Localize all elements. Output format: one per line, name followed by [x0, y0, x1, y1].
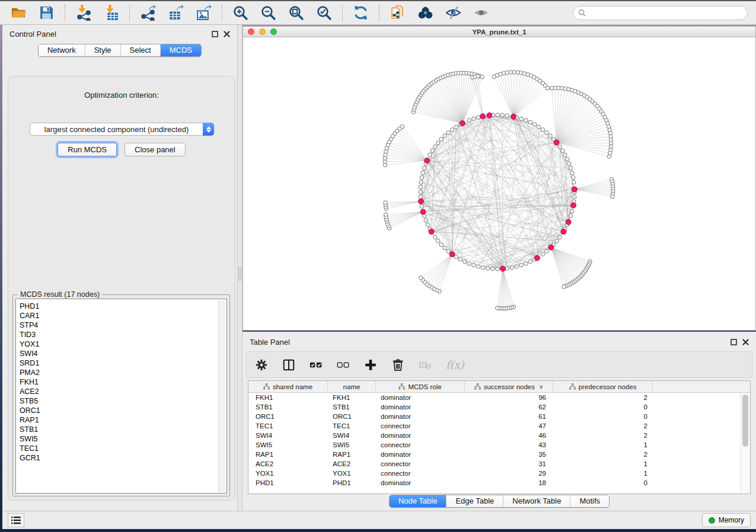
- graph-node[interactable]: [528, 259, 532, 263]
- graph-node[interactable]: [562, 285, 566, 289]
- zoom-in-button[interactable]: [229, 4, 252, 22]
- graph-node[interactable]: [524, 118, 528, 122]
- graph-node[interactable]: [537, 125, 540, 129]
- cell-shared-name[interactable]: YOX1: [248, 470, 328, 477]
- graph-node[interactable]: [611, 195, 614, 198]
- graph-node[interactable]: [462, 259, 466, 263]
- graph-node[interactable]: [558, 235, 562, 239]
- mcds-result-item[interactable]: SWI5: [20, 434, 215, 444]
- graph-node[interactable]: [532, 123, 536, 126]
- export-network-button[interactable]: [136, 4, 160, 22]
- graph-node[interactable]: [419, 181, 423, 184]
- search-objects-button[interactable]: [414, 4, 437, 22]
- graph-hub-node[interactable]: [548, 245, 554, 250]
- table-settings-button[interactable]: [255, 358, 268, 371]
- cell-name[interactable]: RAP1: [328, 451, 376, 458]
- graph-node[interactable]: [486, 267, 490, 270]
- cell-name[interactable]: FKH1: [328, 394, 376, 401]
- optimization-select[interactable]: largest connected component (undirected): [30, 123, 214, 136]
- graph-hub-node[interactable]: [487, 113, 492, 118]
- table-row[interactable]: TEC1TEC1connector472: [248, 421, 741, 431]
- graph-node[interactable]: [384, 213, 387, 216]
- cell-predecessor-nodes[interactable]: 2: [553, 451, 653, 458]
- graph-node[interactable]: [481, 265, 484, 269]
- cell-mcds-role[interactable]: connector: [376, 422, 465, 430]
- cell-predecessor-nodes[interactable]: 1: [553, 470, 653, 477]
- tab-style[interactable]: Style: [85, 44, 120, 56]
- graph-node[interactable]: [569, 214, 572, 217]
- cell-mcds-role[interactable]: dominator: [376, 394, 465, 401]
- cell-successor-nodes[interactable]: 29: [465, 470, 553, 477]
- graph-node[interactable]: [505, 267, 509, 270]
- graph-hub-node[interactable]: [571, 203, 576, 208]
- cell-successor-nodes[interactable]: 47: [465, 422, 553, 430]
- column-header-shared-name[interactable]: shared name: [248, 381, 328, 392]
- cell-name[interactable]: SWI4: [328, 432, 376, 439]
- graph-hub-node[interactable]: [511, 114, 516, 119]
- tab-edge-table[interactable]: Edge Table: [446, 495, 503, 507]
- cell-predecessor-nodes[interactable]: 1: [553, 460, 653, 467]
- cell-predecessor-nodes[interactable]: 2: [553, 432, 653, 439]
- graph-node[interactable]: [436, 239, 440, 243]
- cell-name[interactable]: ACE2: [328, 460, 376, 467]
- graph-node[interactable]: [541, 128, 544, 132]
- graph-node[interactable]: [384, 201, 387, 204]
- zoom-fit-button[interactable]: [285, 4, 308, 22]
- graph-node[interactable]: [541, 252, 544, 256]
- graph-node[interactable]: [476, 75, 480, 78]
- graph-hub-node[interactable]: [418, 198, 423, 204]
- graph-node[interactable]: [519, 117, 523, 120]
- graph-hub-node[interactable]: [480, 114, 486, 119]
- network-canvas[interactable]: [243, 37, 755, 330]
- cell-mcds-role[interactable]: connector: [376, 441, 465, 448]
- graph-node[interactable]: [454, 125, 458, 129]
- cell-shared-name[interactable]: TEC1: [248, 422, 328, 430]
- cell-name[interactable]: STB1: [328, 403, 376, 411]
- close-table-panel-button[interactable]: [742, 339, 749, 345]
- hide-selected-button[interactable]: [442, 4, 465, 22]
- graph-node[interactable]: [467, 262, 471, 265]
- cell-predecessor-nodes[interactable]: 0: [553, 479, 653, 486]
- graph-node[interactable]: [472, 263, 476, 267]
- run-mcds-button[interactable]: Run MCDS: [58, 143, 117, 156]
- mcds-result-item[interactable]: ACE2: [20, 387, 215, 396]
- graph-node[interactable]: [439, 137, 443, 141]
- save-session-button[interactable]: [35, 4, 58, 22]
- cell-name[interactable]: PHD1: [328, 479, 376, 486]
- graph-node[interactable]: [419, 195, 422, 198]
- graph-node[interactable]: [545, 131, 548, 134]
- graph-hub-node[interactable]: [566, 219, 571, 225]
- cell-predecessor-nodes[interactable]: 1: [553, 441, 653, 448]
- graph-node[interactable]: [443, 246, 446, 250]
- graph-hub-node[interactable]: [460, 121, 465, 126]
- table-scrollbar[interactable]: [741, 393, 750, 493]
- graph-node[interactable]: [424, 219, 428, 222]
- graph-hub-node[interactable]: [425, 158, 430, 164]
- float-panel-button[interactable]: [212, 31, 218, 37]
- graph-hub-node[interactable]: [572, 187, 577, 192]
- refresh-button[interactable]: [349, 4, 372, 22]
- mcds-result-item[interactable]: PMA2: [20, 368, 215, 377]
- graph-hub-node[interactable]: [561, 229, 566, 234]
- mcds-result-item[interactable]: CAR1: [20, 311, 215, 321]
- graph-node[interactable]: [446, 131, 450, 134]
- graph-hub-node[interactable]: [534, 255, 540, 261]
- mcds-result-item[interactable]: RAP1: [20, 415, 215, 425]
- cell-mcds-role[interactable]: connector: [376, 460, 465, 467]
- export-image-button[interactable]: [192, 4, 215, 22]
- graph-node[interactable]: [571, 175, 575, 179]
- graph-node[interactable]: [433, 145, 437, 148]
- column-header-predecessor-nodes[interactable]: predecessor nodes: [553, 381, 653, 392]
- close-panel-button[interactable]: [224, 31, 230, 37]
- table-row[interactable]: FKH1FKH1dominator962: [248, 393, 741, 402]
- cell-mcds-role[interactable]: dominator: [376, 451, 465, 458]
- delete-row-button[interactable]: [391, 358, 404, 371]
- column-header-successor-nodes[interactable]: successor nodes ∨: [465, 381, 553, 392]
- mcds-result-item[interactable]: SRD1: [20, 358, 215, 368]
- graph-hub-node[interactable]: [420, 209, 426, 214]
- panel-splitter[interactable]: [237, 25, 243, 511]
- close-panel-mcds-button[interactable]: Close panel: [125, 143, 186, 156]
- select-all-button[interactable]: [310, 358, 323, 371]
- cell-mcds-role[interactable]: connector: [376, 470, 465, 477]
- graph-node[interactable]: [433, 235, 437, 239]
